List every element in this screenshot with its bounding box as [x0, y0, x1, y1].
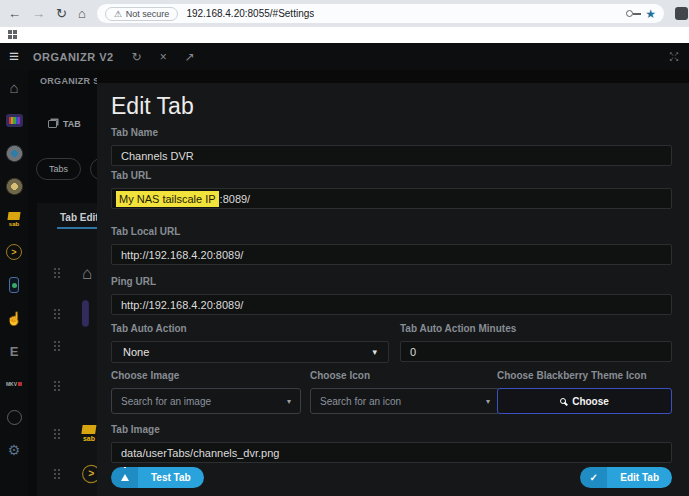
drag-handle-icon[interactable]	[54, 381, 56, 383]
tv-colorbars-icon	[6, 114, 23, 127]
choose-image-select[interactable]: Search for an image ▾	[111, 388, 301, 414]
tab-auto-action-label: Tab Auto Action	[111, 323, 389, 334]
choose-image-group: Choose Image Search for an image ▾	[111, 370, 301, 414]
choose-image-label: Choose Image	[111, 370, 301, 381]
choose-blackberry-group: Choose Blackberry Theme Icon Choose	[497, 370, 672, 414]
tab-url-suffix: :8089/	[220, 193, 251, 205]
gear-icon: ⚙	[8, 443, 21, 457]
sidebar-item-dvr-blue[interactable]	[5, 144, 23, 162]
sidebar-item-settings[interactable]: ⚙	[5, 441, 23, 459]
ping-url-input[interactable]	[111, 294, 672, 315]
sidebar-item-dvr-gold[interactable]	[5, 177, 23, 195]
sabnzbd-icon: sab	[82, 425, 96, 442]
tab-name-group: Tab Name	[111, 127, 672, 166]
home-icon: ⌂	[82, 264, 92, 281]
choose-blackberry-button[interactable]: Choose	[497, 388, 672, 414]
settings-heading: ORGANIZR SET	[40, 76, 97, 86]
not-secure-label: Not secure	[126, 9, 170, 19]
choose-image-placeholder: Search for an image	[121, 396, 211, 407]
open-in-new-icon[interactable]: ↗	[185, 51, 195, 63]
tab-auto-action-minutes-label: Tab Auto Action Minutes	[400, 323, 672, 334]
tab-editor-heading: TAB	[48, 119, 81, 129]
drag-handle-icon[interactable]	[54, 341, 56, 343]
modal-button-row: Test Tab ✓ Edit Tab	[111, 467, 672, 488]
forward-icon[interactable]: →	[32, 7, 45, 20]
bookmark-star-icon[interactable]: ★	[645, 8, 656, 20]
sidebar-item-circle[interactable]	[5, 408, 23, 426]
sidebar-item-mkv[interactable]: MKV	[5, 375, 23, 393]
tv-colorbars-icon	[82, 300, 89, 326]
tab-row[interactable]	[54, 305, 88, 323]
warning-icon: ⚠	[114, 9, 122, 19]
address-bar[interactable]: ⚠ Not secure 192.168.4.20:8055/#Settings…	[97, 4, 664, 23]
not-secure-badge[interactable]: ⚠ Not secure	[105, 7, 179, 21]
url-text[interactable]: 192.168.4.20:8055/#Settings	[186, 8, 314, 19]
refresh-tab-icon[interactable]: ↻	[132, 51, 142, 63]
chevron-down-icon: ▾	[372, 347, 377, 357]
choose-blackberry-label: Choose Blackberry Theme Icon	[497, 370, 672, 381]
ping-url-group: Ping URL	[111, 276, 672, 315]
sidebar-item-hand[interactable]: ☝	[5, 309, 23, 327]
dvr-circle-gold-icon	[6, 178, 23, 195]
tab-row[interactable]: ⌂	[54, 265, 91, 280]
drag-handle-icon[interactable]	[54, 469, 56, 471]
tab-auto-action-minutes-input[interactable]	[400, 341, 672, 362]
tab-row[interactable]: sab	[54, 426, 94, 441]
tab-url-group: Tab URL My NAS tailscale IP :8089/	[111, 170, 672, 209]
check-icon: ✓	[580, 467, 607, 488]
apps-grid-icon[interactable]	[8, 30, 17, 39]
tab-row[interactable]: >	[54, 466, 97, 482]
subtab-tab-editor[interactable]: Tab Edit	[60, 212, 97, 223]
tab-local-url-group: Tab Local URL	[111, 226, 672, 265]
drag-handle-icon[interactable]	[54, 309, 56, 311]
tab-image-input[interactable]	[111, 442, 672, 463]
caret-down-icon: ▾	[486, 397, 490, 406]
chip-tabs[interactable]: Tabs	[36, 158, 81, 180]
sidebar: ⌂ sab > ☝ E MKV ⚙	[0, 70, 28, 496]
test-tab-label: Test Tab	[138, 467, 204, 488]
sidebar-item-channels-dvr[interactable]	[5, 111, 23, 129]
edit-tab-button[interactable]: ✓ Edit Tab	[580, 467, 672, 488]
sidebar-item-phone[interactable]	[5, 276, 23, 294]
tab-auto-action-select[interactable]: None ▾	[111, 341, 389, 363]
reload-icon[interactable]: ↻	[56, 7, 67, 20]
close-tab-icon[interactable]: ×	[160, 51, 167, 63]
sidebar-item-e[interactable]: E	[5, 342, 23, 360]
tab-local-url-label: Tab Local URL	[111, 226, 672, 237]
sidebar-item-sabnzbd[interactable]: sab	[5, 210, 23, 228]
flask-icon	[111, 467, 138, 488]
tab-auto-action-value: None	[123, 346, 149, 358]
tab-auto-action-group: Tab Auto Action None ▾	[111, 323, 389, 363]
tab-name-input[interactable]	[111, 145, 672, 166]
modal-title: Edit Tab	[111, 93, 194, 120]
choose-icon-select[interactable]: Search for an icon ▾	[310, 388, 500, 414]
mkv-icon: MKV	[6, 381, 22, 387]
tab-local-url-input[interactable]	[111, 244, 672, 265]
tab-editor-panel: Tab Edit ⌂ sab >	[37, 203, 97, 496]
sidebar-item-home[interactable]: ⌂	[5, 78, 23, 96]
tab-url-label: Tab URL	[111, 170, 672, 181]
password-key-icon[interactable]	[626, 10, 633, 17]
circle-outline-icon	[7, 410, 22, 425]
fullscreen-icon[interactable]: ↖↗↙↘	[669, 52, 679, 62]
phone-icon	[9, 277, 19, 293]
test-tab-button[interactable]: Test Tab	[111, 467, 204, 488]
browser-profile-icon[interactable]	[675, 7, 688, 20]
menu-icon[interactable]: ≡	[9, 48, 19, 65]
sidebar-item-chevron[interactable]: >	[5, 243, 23, 261]
choose-icon-label: Choose Icon	[310, 370, 500, 381]
drag-handle-icon[interactable]	[54, 268, 56, 270]
hand-icon: ☝	[6, 312, 22, 325]
subtab-underline	[57, 227, 97, 229]
chevron-circle-icon: >	[82, 465, 97, 483]
tab-name-label: Tab Name	[111, 127, 672, 138]
organizr-header: ≡ ORGANIZR V2 ↻ × ↗ ↖↗↙↘	[0, 43, 689, 70]
tab-image-group: Tab Image	[111, 424, 672, 463]
chip-categories[interactable]: C	[90, 158, 97, 180]
redacted-highlight: My NAS tailscale IP	[116, 191, 219, 207]
dvr-circle-blue-icon	[6, 145, 23, 162]
drag-handle-icon[interactable]	[54, 429, 56, 431]
tab-url-input[interactable]: My NAS tailscale IP :8089/	[111, 188, 672, 209]
back-icon[interactable]: ←	[8, 7, 21, 20]
browser-home-icon[interactable]: ⌂	[78, 7, 86, 20]
